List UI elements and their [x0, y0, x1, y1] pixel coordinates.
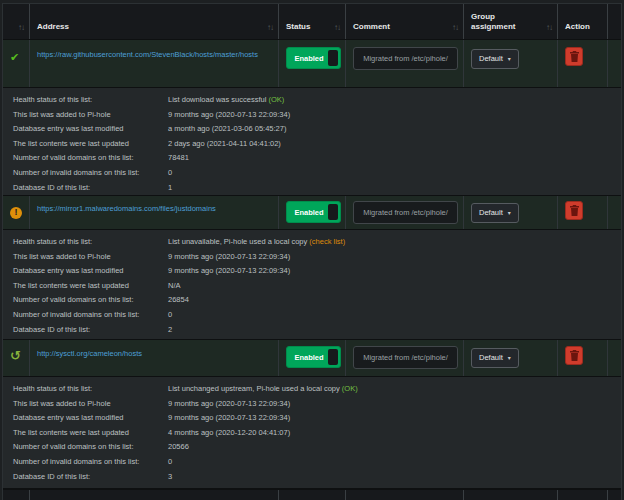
group-assignment-dropdown[interactable]: Default ▾ — [471, 49, 519, 69]
adlist-details: Health status of this list: List unavail… — [3, 230, 621, 340]
detail-label: Number of invalid domains on this list: — [13, 166, 168, 181]
detail-row: Database ID of this list: 2 — [3, 323, 621, 338]
detail-row: Number of valid domains on this list: 78… — [3, 151, 621, 166]
detail-label: The list contents were last updated — [13, 426, 168, 441]
adlist-details: Health status of this list: List downloa… — [3, 88, 621, 196]
detail-label: Number of valid domains on this list: — [13, 151, 168, 166]
detail-label: Health status of this list: — [13, 93, 168, 108]
detail-label: The list contents were last updated — [13, 137, 168, 152]
detail-value: 4 months ago (2020-12-20 04:41:07) — [168, 426, 290, 441]
comment-input[interactable] — [353, 346, 458, 369]
detail-label: Database entry was last modified — [13, 411, 168, 426]
detail-label: Number of invalid domains on this list: — [13, 308, 168, 323]
health-status-badge: (OK) — [342, 384, 358, 393]
adlist-row: ! https://mirror1.malwaredomains.com/fil… — [3, 196, 621, 230]
column-header-row-toggle[interactable]: ↑↓ — [3, 4, 30, 39]
detail-row: This list was added to Pi-hole 9 months … — [3, 108, 621, 123]
detail-value: 0 — [168, 308, 172, 323]
detail-row: The list contents were last updated N/A — [3, 279, 621, 294]
detail-value: 2 — [168, 323, 172, 338]
detail-row: Number of invalid domains on this list: … — [3, 166, 621, 181]
column-header-status[interactable]: Status ↑↓ — [279, 4, 346, 39]
comment-input[interactable] — [353, 201, 458, 224]
detail-label: This list was added to Pi-hole — [13, 250, 168, 265]
detail-label: Database ID of this list: — [13, 323, 168, 338]
detail-value: List unavailable, Pi-hole used a local c… — [168, 235, 345, 250]
detail-label: Number of invalid domains on this list: — [13, 455, 168, 470]
adlist-row: ↺ http://sysctl.org/cameleon/hosts Enabl… — [3, 340, 621, 377]
detail-value: 3 — [168, 470, 172, 485]
column-header-comment[interactable]: Comment ↑↓ — [346, 4, 464, 39]
history-icon: ↺ — [10, 350, 21, 362]
detail-row: The list contents were last updated 4 mo… — [3, 426, 621, 441]
column-header-address[interactable]: Address ↑↓ — [30, 4, 279, 39]
sort-icon: ↑↓ — [18, 23, 24, 32]
group-assignment-dropdown[interactable]: Default ▾ — [471, 203, 519, 223]
enabled-toggle[interactable]: Enabled — [286, 47, 341, 69]
adlist-details: Health status of this list: List unchang… — [3, 377, 621, 489]
trash-icon — [570, 350, 579, 361]
detail-row: Database entry was last modified 9 month… — [3, 264, 621, 279]
table-footer — [3, 489, 621, 500]
sort-icon: ↑↓ — [452, 23, 458, 32]
check-list-link[interactable]: (check list) — [309, 237, 345, 246]
exclamation-circle-icon: ! — [10, 207, 22, 219]
column-header-action: Action — [558, 4, 608, 39]
caret-down-icon: ▾ — [508, 56, 511, 62]
group-selected-value: Default — [479, 353, 503, 362]
column-header-group-assignment[interactable]: Group assignment ↑↓ — [464, 4, 558, 39]
group-selected-value: Default — [479, 208, 503, 217]
delete-button[interactable] — [565, 47, 583, 66]
caret-down-icon: ▾ — [508, 355, 511, 361]
adlists-page: ↑↓ Address ↑↓ Status ↑↓ Comment ↑↓ Group… — [0, 0, 624, 500]
detail-label: Health status of this list: — [13, 382, 168, 397]
detail-row: The list contents were last updated 2 da… — [3, 137, 621, 152]
toggle-handle — [328, 204, 338, 220]
group-assignment-dropdown[interactable]: Default ▾ — [471, 348, 519, 368]
detail-label: Number of valid domains on this list: — [13, 293, 168, 308]
adlist-row: ✔ https://raw.githubusercontent.com/Stev… — [3, 40, 621, 88]
caret-down-icon: ▾ — [508, 210, 511, 216]
trash-icon — [570, 205, 579, 216]
table-header-row: ↑↓ Address ↑↓ Status ↑↓ Comment ↑↓ Group… — [3, 4, 621, 40]
detail-row: Number of invalid domains on this list: … — [3, 308, 621, 323]
comment-input[interactable] — [353, 47, 458, 70]
detail-value: 2 days ago (2021-04-11 04:41:02) — [168, 137, 281, 152]
health-status-badge: (OK) — [268, 95, 284, 104]
column-header-spacer — [608, 4, 623, 39]
detail-row: Health status of this list: List unchang… — [3, 382, 621, 397]
sort-icon: ↑↓ — [267, 23, 273, 32]
detail-label: Database ID of this list: — [13, 181, 168, 196]
detail-value: 9 months ago (2020-07-13 22:09:34) — [168, 397, 290, 412]
detail-label: Number of valid domains on this list: — [13, 440, 168, 455]
adlists-table: ↑↓ Address ↑↓ Status ↑↓ Comment ↑↓ Group… — [2, 3, 622, 500]
toggle-handle — [328, 50, 338, 66]
adlist-url-link[interactable]: http://sysctl.org/cameleon/hosts — [37, 346, 273, 361]
detail-row: This list was added to Pi-hole 9 months … — [3, 397, 621, 412]
detail-row: Database entry was last modified 9 month… — [3, 411, 621, 426]
detail-row: Database ID of this list: 1 — [3, 181, 621, 196]
delete-button[interactable] — [565, 201, 583, 220]
check-icon: ✔ — [10, 51, 19, 64]
trash-icon — [570, 51, 579, 62]
detail-value: 9 months ago (2020-07-13 22:09:34) — [168, 250, 290, 265]
adlist-url-link[interactable]: https://raw.githubusercontent.com/Steven… — [37, 47, 273, 62]
enabled-toggle[interactable]: Enabled — [286, 346, 341, 368]
detail-label: Database entry was last modified — [13, 122, 168, 137]
detail-value: 1 — [168, 181, 172, 196]
detail-row: Number of valid domains on this list: 20… — [3, 440, 621, 455]
sort-icon: ↑↓ — [546, 23, 552, 32]
detail-value: 9 months ago (2020-07-13 22:09:34) — [168, 264, 290, 279]
detail-value: 0 — [168, 455, 172, 470]
detail-value: N/A — [168, 279, 181, 294]
detail-value: List unchanged upstream, Pi-hole used a … — [168, 382, 358, 397]
detail-value: 78481 — [168, 151, 189, 166]
detail-value: 0 — [168, 166, 172, 181]
adlist-url-link[interactable]: https://mirror1.malwaredomains.com/files… — [37, 201, 273, 216]
detail-value: 26854 — [168, 293, 189, 308]
detail-value: 9 months ago (2020-07-13 22:09:34) — [168, 411, 290, 426]
detail-row: Health status of this list: List downloa… — [3, 93, 621, 108]
delete-button[interactable] — [565, 346, 583, 365]
enabled-toggle[interactable]: Enabled — [286, 201, 341, 223]
detail-value: 20566 — [168, 440, 189, 455]
